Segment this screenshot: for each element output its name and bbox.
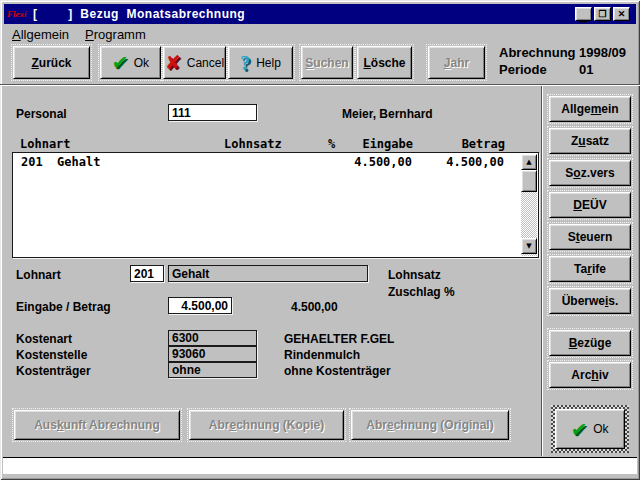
default-button-frame: ✔ Ok [551, 405, 629, 453]
kostenart-desc: GEHAELTER F.GEL [284, 332, 394, 346]
check-icon: ✔ [111, 53, 129, 72]
year-button: Jahr [428, 46, 485, 79]
cell-eingabe: 4.500,00 [354, 155, 412, 169]
lohnart-listbox[interactable]: 201 Gehalt 4.500,00 4.500,00 ▲ ▼ [12, 152, 539, 258]
scrollbar-thumb[interactable] [521, 170, 537, 192]
kostenstelle-input[interactable] [168, 346, 257, 362]
kostenstelle-label: Kostenstelle [16, 348, 87, 362]
cross-icon: ✘ [165, 53, 181, 72]
arrow-down-icon: ▼ [526, 242, 531, 250]
abrechnung-value: 1998/09 [579, 45, 626, 60]
kostenart-input[interactable] [168, 330, 257, 346]
periode-value: 01 [579, 62, 593, 77]
kostenart-label: Kostenart [16, 332, 72, 346]
personal-input[interactable] [168, 104, 257, 121]
periode-label: Periode [499, 62, 547, 77]
window-title: [ ] Bezug Monatsabrechnung [33, 7, 245, 21]
sidebar-button-steuern[interactable]: Steuern [549, 224, 631, 250]
menubar: Allgemein Programm [4, 25, 636, 44]
minimize-button[interactable]: ▁ [575, 7, 592, 21]
personal-label: Personal [16, 107, 67, 121]
lohnart-code-input[interactable] [130, 265, 164, 282]
zuschlag-label: Zuschlag % [388, 285, 455, 299]
cell-lohnart: 201 Gehalt [21, 155, 100, 169]
delete-button[interactable]: Lösche [357, 46, 412, 79]
sidebar-button-deuev[interactable]: DEÜV [549, 192, 631, 218]
status-bar [3, 457, 637, 474]
lohnart-label: Lohnart [16, 268, 61, 282]
eingabe-input[interactable] [168, 297, 232, 314]
toolbar-separator [0, 84, 640, 86]
big-ok-button[interactable]: ✔ Ok [555, 409, 625, 449]
header-percent: % [328, 137, 335, 151]
sidebar-button-allgemein[interactable]: Allgemein [549, 96, 631, 122]
app-icon[interactable]: Flexi [7, 7, 29, 21]
lohnart-text-input[interactable] [168, 265, 368, 282]
close-icon: ✕ [618, 9, 626, 19]
close-button[interactable]: ✕ [613, 7, 630, 21]
scroll-down-button[interactable]: ▼ [521, 238, 537, 254]
scrollbar[interactable]: ▲ ▼ [521, 154, 537, 256]
header-betrag: Betrag [462, 137, 505, 151]
kostentraeger-input[interactable] [168, 362, 257, 378]
maximize-icon: ❐ [598, 9, 606, 19]
menu-programm[interactable]: Programm [77, 25, 154, 44]
eingabe-betrag-label: Eingabe / Betrag [16, 300, 111, 314]
minimize-icon: ▁ [580, 12, 587, 23]
maximize-button[interactable]: ❐ [594, 7, 611, 21]
search-button: Suchen [301, 46, 353, 79]
titlebar: Flexi [ ] Bezug Monatsabrechnung ▁ ❐ ✕ [4, 4, 636, 24]
header-eingabe: Eingabe [362, 137, 413, 151]
ok-button[interactable]: ✔ Ok [100, 46, 161, 79]
cancel-button[interactable]: ✘ Cancel [163, 46, 226, 79]
back-button[interactable]: Zurück [13, 46, 90, 79]
check-icon: ✔ [570, 420, 588, 439]
kostentraeger-desc: ohne Kostenträger [284, 364, 391, 378]
sidebar-button-zusatz[interactable]: Zusatz [549, 128, 631, 154]
sidebar-button-ueberweis[interactable]: Überweis. [549, 288, 631, 314]
sidebar-button-sozvers[interactable]: Soz.vers [549, 160, 631, 186]
kostentraeger-label: Kostenträger [16, 364, 91, 378]
sidebar-separator [541, 86, 543, 456]
help-button[interactable]: ? Help [228, 46, 293, 79]
kostenstelle-desc: Rindenmulch [284, 348, 360, 362]
scroll-up-button[interactable]: ▲ [521, 154, 537, 170]
sidebar-button-archiv[interactable]: Archiv [549, 362, 631, 388]
menu-allgemein[interactable]: Allgemein [4, 25, 77, 44]
lohnsatz-label: Lohnsatz [388, 268, 441, 282]
header-lohnart: Lohnart [20, 137, 71, 151]
cell-betrag: 4.500,00 [446, 155, 504, 169]
abrechnung-kopie-button: Abrechnung (Kopie) [189, 410, 344, 440]
window-controls: ▁ ❐ ✕ [575, 7, 630, 21]
personal-name: Meier, Bernhard [342, 107, 433, 121]
arrow-up-icon: ▲ [526, 158, 531, 166]
list-row[interactable]: 201 Gehalt 4.500,00 4.500,00 [13, 155, 538, 170]
auskunft-abrechnung-button: Auskunft Abrechnung [14, 410, 180, 440]
abrechnung-original-button: Abrechnung (Original) [351, 410, 509, 440]
header-lohnsatz: Lohnsatz [224, 137, 282, 151]
question-icon: ? [240, 53, 250, 73]
betrag-static: 4.500,00 [291, 300, 338, 314]
abrechnung-label: Abrechnung [499, 45, 576, 60]
sidebar-button-tarife[interactable]: Tarife [549, 256, 631, 282]
sidebar-button-bezuege[interactable]: Bezüge [549, 330, 631, 356]
app-window: Flexi [ ] Bezug Monatsabrechnung ▁ ❐ ✕ A… [0, 0, 640, 480]
